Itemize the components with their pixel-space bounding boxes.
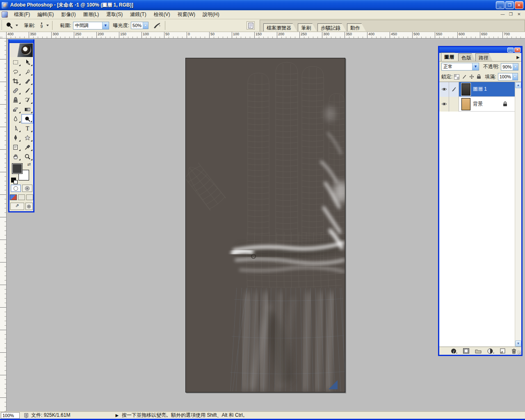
tool-rectangular-marquee[interactable]	[9, 57, 21, 67]
tool-type[interactable]: T	[21, 123, 33, 133]
menu-item-6[interactable]: 檢視(V)	[150, 10, 174, 19]
menu-item-1[interactable]: 編輯(E)	[34, 10, 57, 19]
status-menu-arrow-icon[interactable]: ▶	[115, 413, 119, 418]
close-button[interactable]: ✕	[515, 1, 523, 9]
lock-all-icon[interactable]	[476, 74, 482, 80]
tool-move[interactable]	[21, 57, 33, 67]
fill-field[interactable]: 100% ▸	[498, 73, 518, 80]
menu-item-7[interactable]: 視窗(W)	[174, 10, 199, 19]
tool-magic-wand[interactable]	[21, 67, 33, 76]
airbrush-icon[interactable]	[153, 21, 162, 30]
new-group-icon[interactable]	[475, 349, 482, 354]
layer-list-scrollbar[interactable]: ▲ ▼	[515, 82, 521, 347]
document-size-info[interactable]: 文件: 925K/1.61M	[31, 412, 70, 419]
scroll-down-icon[interactable]: ▼	[515, 340, 521, 347]
well-tab-0[interactable]: 檔案瀏覽器	[263, 23, 297, 32]
palette-tab-2[interactable]: 路徑	[475, 53, 493, 61]
slider-arrow-icon[interactable]: ▸	[143, 22, 148, 29]
blend-mode-select[interactable]: 正常 ▼	[441, 63, 479, 71]
tool-history-brush[interactable]	[21, 95, 33, 105]
doc-minimize-button[interactable]: —	[499, 11, 506, 18]
menu-item-0[interactable]: 檔案(F)	[10, 10, 34, 19]
tool-eyedropper[interactable]	[21, 142, 33, 152]
tool-pen[interactable]	[9, 133, 21, 142]
visibility-toggle[interactable]	[439, 82, 449, 97]
tool-brush[interactable]	[21, 86, 33, 95]
tool-path-selection[interactable]	[9, 123, 21, 133]
tool-gradient[interactable]	[21, 105, 33, 114]
opacity-field[interactable]: 90% ▸	[501, 63, 518, 71]
fullscreen-menubar-mode-button[interactable]	[18, 194, 25, 200]
swap-colors-icon[interactable]: ⇄	[27, 162, 31, 167]
layer-style-icon[interactable]: f	[451, 348, 457, 354]
tool-notes[interactable]	[9, 142, 21, 152]
adjustment-layer-icon[interactable]	[487, 348, 494, 354]
layer-row-1[interactable]: 背景	[439, 97, 515, 112]
standard-screen-mode-button[interactable]	[10, 194, 17, 200]
tool-zoom[interactable]	[21, 152, 33, 161]
jump-to-imageready-button[interactable]: ⇗	[10, 203, 24, 210]
fullscreen-mode-button[interactable]	[26, 194, 33, 200]
lock-paint-icon[interactable]	[461, 74, 467, 80]
layer-thumbnail[interactable]	[461, 98, 470, 110]
add-layer-mask-icon[interactable]	[463, 348, 469, 354]
well-tab-3[interactable]: 動作	[347, 23, 366, 32]
tool-healing-brush[interactable]	[9, 86, 21, 95]
tool-eraser[interactable]	[9, 105, 21, 114]
menu-item-2[interactable]: 影像(I)	[57, 10, 79, 19]
palette-resize-grip[interactable]	[517, 350, 521, 354]
palette-close-button[interactable]: ✕	[514, 48, 520, 52]
layer-thumbnail[interactable]	[461, 83, 470, 96]
layer-name[interactable]: 圖層 1	[473, 86, 515, 93]
palette-tab-1[interactable]: 色版	[458, 53, 475, 61]
layers-palette-title-bar[interactable]: _ ✕	[439, 47, 521, 53]
toolbox-title-bar[interactable]	[9, 39, 33, 43]
tool-clone-stamp[interactable]	[9, 95, 21, 105]
foreground-color-swatch[interactable]	[12, 163, 23, 174]
tool-preset-picker[interactable]	[4, 21, 20, 30]
canvas-image[interactable]	[185, 58, 345, 393]
menu-item-4[interactable]: 選取(S)	[103, 10, 126, 19]
tool-slice[interactable]	[21, 76, 33, 86]
zoom-level-field[interactable]: 100%	[1, 412, 20, 419]
tool-blur[interactable]	[9, 114, 21, 123]
palette-minimize-button[interactable]: _	[507, 48, 514, 52]
brush-preset-picker[interactable]: 9	[37, 23, 46, 28]
well-tab-1[interactable]: 筆刷	[298, 23, 317, 32]
visibility-toggle[interactable]	[439, 97, 449, 112]
well-tab-2[interactable]: 步驟記錄	[317, 23, 346, 32]
tool-dodge[interactable]	[21, 114, 33, 123]
palette-tab-0[interactable]: 圖層	[441, 52, 458, 61]
menu-item-8[interactable]: 說明(H)	[199, 10, 223, 19]
palette-menu-icon[interactable]: ▶	[516, 55, 520, 59]
delete-layer-icon[interactable]	[511, 348, 516, 354]
standard-mode-button[interactable]	[11, 185, 21, 192]
menu-item-3[interactable]: 圖層(L)	[80, 10, 103, 19]
slider-arrow-icon[interactable]: ▸	[512, 73, 518, 80]
options-bar-grip[interactable]	[1, 21, 2, 30]
lasso-icon	[12, 68, 19, 75]
slider-arrow-icon[interactable]: ▸	[513, 64, 518, 70]
new-layer-icon[interactable]	[500, 348, 506, 354]
default-colors-icon[interactable]	[11, 178, 16, 183]
exposure-field[interactable]: 50% ▸	[131, 22, 148, 29]
menu-item-5[interactable]: 濾鏡(T)	[126, 10, 150, 19]
layer-row-0[interactable]: 圖層 1	[439, 82, 515, 97]
tool-lasso[interactable]	[9, 67, 21, 76]
range-select[interactable]: 中間調 ▼	[73, 22, 109, 30]
tool-custom-shape[interactable]	[21, 133, 33, 142]
photoshop-artwork-banner[interactable]	[10, 43, 33, 57]
lock-position-icon[interactable]	[469, 74, 474, 80]
doc-restore-button[interactable]: ❐	[507, 11, 514, 18]
doc-close-button[interactable]: ✕	[516, 11, 523, 18]
lock-transparency-icon[interactable]	[454, 74, 459, 80]
scroll-up-icon[interactable]: ▲	[515, 82, 521, 88]
quick-mask-mode-button[interactable]	[22, 185, 32, 192]
layer-name[interactable]: 背景	[473, 100, 503, 107]
minimize-button[interactable]: _	[496, 1, 504, 9]
tool-crop[interactable]	[9, 76, 21, 86]
file-browser-toggle-button[interactable]	[247, 21, 255, 30]
restore-button[interactable]: ❐	[505, 1, 514, 9]
tool-hand[interactable]	[9, 152, 21, 161]
chevron-down-icon[interactable]	[46, 25, 49, 26]
